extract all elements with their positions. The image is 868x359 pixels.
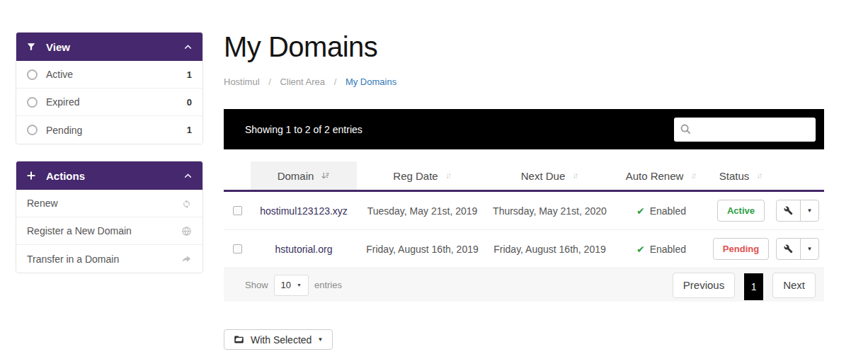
radio-icon[interactable] — [27, 69, 38, 80]
next-page-button[interactable]: Next — [772, 273, 816, 298]
row-checkbox-cell — [224, 244, 251, 253]
actions-panel-header[interactable]: Actions — [16, 161, 202, 190]
radio-icon[interactable] — [27, 125, 38, 135]
radio-icon[interactable] — [27, 97, 38, 108]
show-label: Show — [245, 280, 268, 290]
status-cell: Active — [711, 200, 771, 222]
domain-cell: hostimul123123.xyz — [251, 205, 357, 217]
with-selected-label: With Selected — [251, 334, 312, 346]
filter-item-active[interactable]: Active 1 — [16, 61, 202, 89]
filter-count: 1 — [187, 69, 192, 80]
filter-count: 0 — [187, 97, 192, 108]
row-checkbox[interactable] — [233, 206, 242, 215]
breadcrumb-client-area[interactable]: Client Area — [280, 76, 325, 87]
previous-page-button[interactable]: Previous — [673, 273, 735, 298]
header-actions-spacer — [771, 161, 824, 190]
domain-actions-dropdown[interactable]: ▼ — [800, 200, 819, 222]
actions-panel-title: Actions — [46, 170, 85, 182]
column-header-status[interactable]: Status ↓↑ — [711, 161, 771, 190]
caret-down-icon: ▼ — [297, 283, 302, 287]
caret-down-icon: ▼ — [807, 207, 813, 214]
globe-icon — [181, 226, 192, 237]
auto-renew-cell: ✔ Enabled — [612, 205, 711, 217]
status-badge[interactable]: Active — [717, 200, 765, 222]
domain-actions-dropdown[interactable]: ▼ — [800, 238, 819, 260]
page-size-select[interactable]: 10 ▼ — [274, 275, 309, 296]
view-panel: View Active 1 Expired 0 Pending 1 — [16, 32, 203, 144]
row-checkbox[interactable] — [233, 244, 242, 253]
action-label: Renew — [27, 198, 58, 209]
breadcrumb-separator: / — [268, 76, 271, 87]
check-icon: ✔ — [636, 244, 645, 255]
current-page-button[interactable]: 1 — [744, 273, 763, 300]
reg-date-cell: Friday, August 16th, 2019 — [357, 244, 488, 255]
reg-date-cell: Tuesday, May 21st, 2019 — [357, 205, 488, 217]
column-header-auto-renew[interactable]: Auto Renew ↓↑ — [612, 161, 711, 190]
sort-icon: ↓↑ — [756, 171, 763, 181]
caret-down-icon: ▼ — [317, 336, 323, 343]
page-title: My Domains — [224, 32, 824, 62]
wrench-icon — [784, 244, 793, 253]
action-item-transfer-domain[interactable]: Transfer in a Domain — [16, 245, 202, 273]
domain-cell: hstutorial.org — [251, 244, 357, 255]
view-panel-title: View — [46, 41, 70, 53]
filter-count: 1 — [187, 125, 192, 135]
actions-panel: Actions Renew Register a New Domain Tran… — [16, 161, 203, 273]
auto-renew-cell: ✔ Enabled — [612, 244, 711, 255]
refresh-icon — [181, 198, 192, 209]
caret-down-icon: ▼ — [807, 246, 813, 252]
search-input[interactable] — [674, 118, 816, 142]
filter-item-pending[interactable]: Pending 1 — [16, 116, 202, 144]
manage-domain-button[interactable] — [776, 238, 801, 260]
with-selected-button[interactable]: With Selected ▼ — [224, 329, 333, 350]
filter-icon — [26, 42, 42, 52]
actions-cell: ▼ — [771, 238, 824, 260]
header-checkbox-spacer — [224, 161, 251, 190]
search-box — [674, 118, 816, 142]
view-panel-header[interactable]: View — [16, 33, 202, 61]
actions-cell: ▼ — [771, 200, 824, 222]
action-item-renew[interactable]: Renew — [16, 190, 202, 217]
breadcrumb: Hostimul / Client Area / My Domains — [224, 76, 824, 87]
next-due-cell: Thursday, May 21st, 2020 — [488, 205, 612, 217]
breadcrumb-hostimul[interactable]: Hostimul — [224, 76, 260, 87]
action-label: Register a New Domain — [27, 225, 132, 237]
chevron-up-icon[interactable] — [183, 42, 193, 52]
page-size-value: 10 — [281, 280, 291, 290]
table-toolbar: Showing 1 to 2 of 2 entries — [224, 109, 824, 149]
plus-icon — [26, 171, 42, 181]
pagination: Previous 1 Next — [673, 270, 816, 300]
manage-domain-button[interactable] — [776, 200, 801, 222]
filter-label: Active — [46, 69, 73, 80]
column-header-reg-date[interactable]: Reg Date ↓↑ — [357, 161, 488, 190]
status-cell: Pending — [711, 238, 771, 260]
row-checkbox-cell — [224, 206, 251, 215]
column-header-next-due[interactable]: Next Due ↓↑ — [488, 161, 612, 190]
column-header-domain[interactable]: Domain — [251, 161, 357, 190]
auto-renew-value: Enabled — [650, 244, 686, 255]
main-content: My Domains Hostimul / Client Area / My D… — [224, 32, 824, 350]
show-entries: Show 10 ▼ entries — [245, 275, 342, 296]
domain-link[interactable]: hstutorial.org — [275, 244, 333, 255]
filter-label: Pending — [46, 125, 82, 136]
breadcrumb-separator: / — [334, 76, 337, 87]
auto-renew-value: Enabled — [650, 205, 686, 217]
showing-entries-text: Showing 1 to 2 of 2 entries — [245, 124, 362, 135]
filter-item-expired[interactable]: Expired 0 — [16, 89, 202, 116]
chevron-up-icon[interactable] — [183, 171, 193, 181]
domain-link[interactable]: hostimul123123.xyz — [260, 205, 348, 217]
search-icon — [680, 123, 692, 135]
action-label: Transfer in a Domain — [27, 253, 119, 265]
folder-icon — [234, 334, 244, 345]
entries-label: entries — [314, 280, 342, 290]
table-header-row: Domain Reg Date ↓↑ Next Due ↓↑ Auto Rene… — [224, 161, 824, 192]
action-item-register-domain[interactable]: Register a New Domain — [16, 217, 202, 245]
breadcrumb-my-domains: My Domains — [346, 76, 396, 87]
status-badge[interactable]: Pending — [713, 238, 769, 260]
page: View Active 1 Expired 0 Pending 1 — [0, 0, 868, 350]
table-row: hostimul123123.xyz Tuesday, May 21st, 20… — [224, 192, 824, 230]
sort-icon: ↓↑ — [572, 171, 578, 181]
share-arrow-icon — [181, 253, 192, 264]
next-due-cell: Friday, August 16th, 2019 — [488, 244, 612, 255]
table-footer: Show 10 ▼ entries Previous 1 Next — [224, 268, 824, 302]
